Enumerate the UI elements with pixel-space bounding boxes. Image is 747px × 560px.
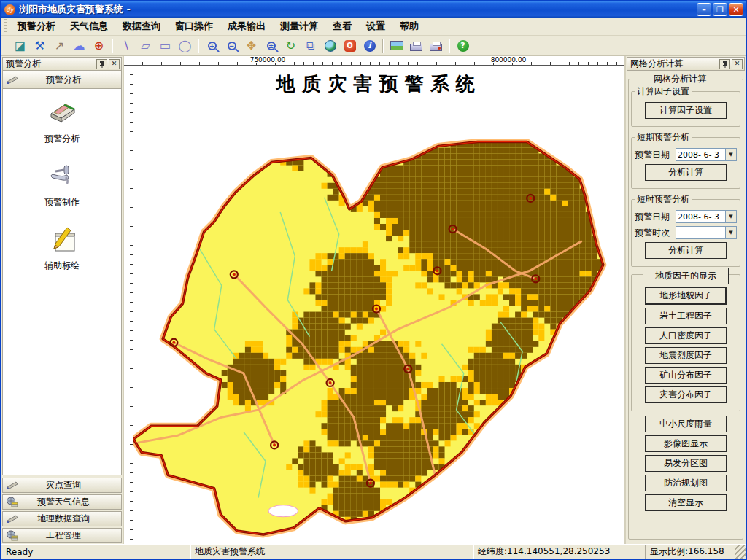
display-button-prevention-plan[interactable]: 防治规划图: [645, 475, 727, 491]
sidebar-tool-area: 预警分析预警制作辅助标绘: [2, 89, 122, 475]
line-tool-icon[interactable]: ∖: [117, 37, 135, 55]
short-time-analyze-button[interactable]: 分析计算: [645, 242, 727, 259]
sidebar-tool-warning-production[interactable]: 预警制作: [3, 161, 121, 209]
target-icon[interactable]: ⊕: [90, 37, 108, 55]
sidebar-item-label: 工程管理: [19, 529, 118, 542]
print-setup-icon[interactable]: [427, 37, 445, 55]
display-button-rainfall[interactable]: 中小尺度雨量: [645, 416, 727, 432]
factor-settings-title: 计算因子设置: [635, 85, 692, 98]
short-term-date-combobox[interactable]: 2008- 6- 3 ▼: [676, 148, 737, 161]
chevron-down-icon[interactable]: ▼: [725, 227, 736, 238]
info-icon: i: [364, 40, 376, 52]
compass-icon: [6, 480, 19, 491]
zoom-out-icon[interactable]: −: [222, 37, 241, 55]
sidebar-item-label: 地理数据查询: [19, 513, 118, 525]
short-term-analyze-button[interactable]: 分析计算: [645, 164, 727, 181]
map-svg[interactable]: 地质灾害预警系统: [133, 66, 624, 544]
geo-factor-button-seismic[interactable]: 地震烈度因子: [645, 347, 727, 364]
stapler-tool-icon: [45, 161, 79, 193]
print-icon[interactable]: [407, 37, 425, 55]
menu-item-settings[interactable]: 设置: [359, 18, 392, 35]
close-panel-icon[interactable]: ✕: [732, 59, 743, 69]
copy-icon[interactable]: ⧉: [301, 37, 320, 55]
pick-tool-icon: ↗: [55, 40, 64, 52]
ellipse-tool-icon: ◯: [179, 40, 192, 52]
compass-icon: [6, 513, 19, 524]
geo-factor-button-disaster[interactable]: 灾害分布因子: [645, 386, 727, 403]
minimize-button[interactable]: –: [697, 3, 711, 16]
short-time-session-combobox[interactable]: ▼: [676, 226, 737, 239]
menu-item-warning-analysis[interactable]: 预警分析: [10, 18, 63, 35]
chevron-down-icon[interactable]: ▼: [725, 149, 736, 160]
menu-item-view[interactable]: 查看: [325, 18, 359, 35]
stop-icon[interactable]: O: [341, 37, 359, 55]
short-time-date-label: 预警日期: [635, 211, 676, 223]
left-dock-titlebar: 预警分析 ✕: [2, 57, 122, 71]
short-time-date-combobox[interactable]: 2008- 6- 3 ▼: [676, 210, 737, 223]
zoom-in-icon[interactable]: +: [203, 37, 221, 55]
short-time-date-value: 2008- 6- 3: [676, 212, 725, 222]
cloud-icon[interactable]: ☁: [70, 37, 88, 55]
satellite-dish-icon[interactable]: ◪: [11, 37, 29, 55]
sidebar-item-warning-weather-info[interactable]: 预警天气信息: [2, 494, 122, 510]
polygon-tool-icon[interactable]: ▱: [136, 37, 155, 55]
menu-item-result-output[interactable]: 成果输出: [220, 18, 273, 35]
ellipse-tool-icon[interactable]: ◯: [176, 37, 194, 55]
restore-button[interactable]: ❐: [713, 3, 727, 16]
display-button-clear[interactable]: 清空显示: [645, 494, 727, 511]
resize-grip[interactable]: [735, 545, 746, 559]
stop-icon: O: [344, 40, 356, 52]
toolbar-separator: [449, 39, 450, 53]
image-view-icon[interactable]: [387, 37, 406, 55]
print-setup-icon: [430, 44, 442, 51]
geo-factor-button-population[interactable]: 人口密度因子: [645, 327, 727, 344]
menu-item-data-query[interactable]: 数据查询: [115, 18, 168, 35]
chevron-down-icon[interactable]: ▼: [725, 211, 736, 222]
menu-item-window-ops[interactable]: 窗口操作: [168, 18, 220, 35]
ruler-corner: [124, 56, 133, 66]
zoom-extent-icon[interactable]: ±: [262, 37, 280, 55]
display-button-susceptibility[interactable]: 易发分区图: [645, 455, 727, 472]
statusbar: Ready地质灾害预警系统经纬度:114.140551,28.250253显示比…: [1, 544, 746, 559]
sidebar-tool-label: 预警制作: [44, 196, 80, 209]
close-button[interactable]: ✕: [729, 3, 743, 16]
pin-icon[interactable]: [96, 59, 107, 69]
water-hammer-icon[interactable]: ⚒: [31, 37, 49, 55]
grid-analysis-body: 网格分析计算 计算因子设置 计算因子设置 短期预警分析 预警日期 2008- 6…: [626, 71, 746, 544]
geo-factor-button-geotech[interactable]: 岩土工程因子: [645, 308, 727, 324]
refresh-icon[interactable]: ↻: [282, 37, 300, 55]
help-icon[interactable]: ?: [454, 37, 472, 55]
map-canvas[interactable]: 地质灾害预警系统: [133, 66, 624, 544]
menu-item-weather-info[interactable]: 天气信息: [63, 18, 115, 35]
sidebar-tool-warning-analysis[interactable]: 预警分析: [3, 98, 121, 145]
sidebar-item-geo-data-query[interactable]: 地理数据查询: [2, 511, 122, 526]
data-globe-icon: [6, 497, 19, 508]
sidebar-item-label: 预警天气信息: [19, 496, 118, 508]
factor-settings-button[interactable]: 计算因子设置: [645, 102, 727, 119]
notebook-icon: [45, 98, 79, 130]
zoom-extent-icon: ±: [267, 42, 276, 50]
geo-factor-button-mining[interactable]: 矿山分布因子: [645, 367, 727, 384]
close-panel-icon[interactable]: ✕: [109, 59, 120, 69]
water-hammer-icon: ⚒: [34, 40, 44, 52]
sidebar-header[interactable]: 预警分析: [2, 71, 122, 89]
sidebar-item-project-management[interactable]: 工程管理: [2, 528, 122, 543]
display-button-imagery[interactable]: 影像图显示: [645, 435, 727, 452]
geo-factors-header-button[interactable]: 地质因子的显示: [643, 268, 729, 284]
sidebar-tool-auxiliary-plotting[interactable]: 辅助标绘: [3, 225, 121, 272]
info-icon[interactable]: i: [360, 37, 379, 55]
workspace: 预警分析 ✕ 预警分析 预警分析预警制作辅助标绘 灾点查询预警天气信息地理数据查…: [1, 56, 746, 544]
menu-item-measure-calc[interactable]: 测量计算: [273, 18, 325, 35]
short-time-title: 短时预警分析: [635, 193, 692, 206]
globe-icon[interactable]: [321, 37, 339, 55]
pick-tool-icon[interactable]: ↗: [50, 37, 69, 55]
geo-factor-button-terrain[interactable]: 地形地貌因子: [645, 287, 727, 305]
pan-hand-icon[interactable]: ✥: [242, 37, 260, 55]
menu-item-help[interactable]: 帮助: [392, 18, 426, 35]
pin-icon[interactable]: [719, 59, 730, 69]
refresh-icon: ↻: [286, 40, 295, 52]
zoom-out-icon: −: [228, 42, 236, 50]
sidebar-item-disaster-point-query[interactable]: 灾点查询: [2, 478, 122, 493]
rectangle-tool-icon[interactable]: ▭: [156, 37, 174, 55]
menubar-grip[interactable]: [3, 19, 9, 34]
